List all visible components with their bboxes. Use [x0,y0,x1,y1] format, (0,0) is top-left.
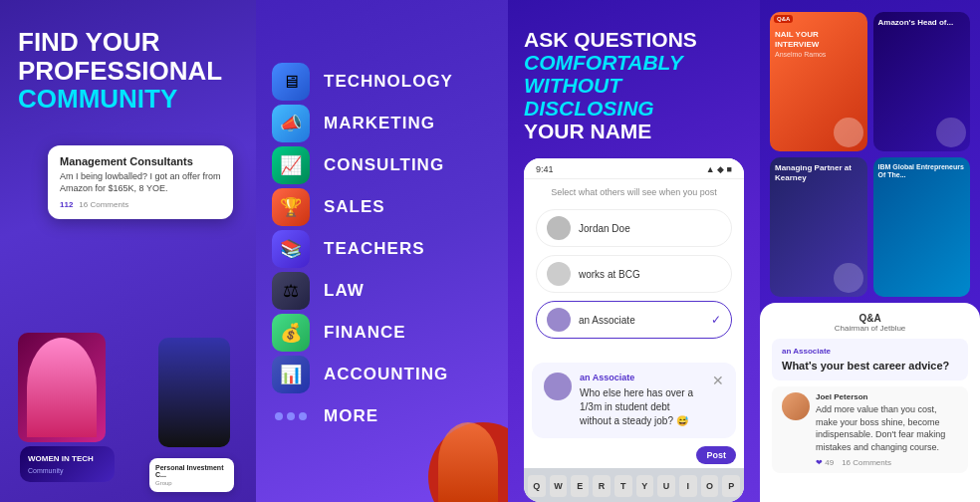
more-icon [272,397,310,435]
qa-header: Q&A Chairman of Jetblue [772,313,968,333]
tile1-person: Anselmo Ramos [770,51,867,58]
category-item-accounting[interactable]: 📊ACCOUNTING [272,356,492,393]
category-label-law: LAW [324,281,365,301]
tile-interview[interactable]: Q&A Nail Your Interview Anselmo Ramos [770,12,867,151]
category-label-consulting: CONSULTING [324,155,444,175]
key-r[interactable]: R [593,475,611,497]
key-u[interactable]: U [657,475,675,497]
community-cards: Management Consultants Am I being lowbal… [18,135,238,502]
phone-status-bar: 9:41 ▲ ◆ ■ [524,158,744,179]
key-o[interactable]: O [701,475,719,497]
post-compose-area: an Associate Who else here has over a 1/… [532,363,736,438]
category-item-technology[interactable]: 🖥TECHNOLOGY [272,63,492,101]
qa-answer-box: Joel Peterson Add more value than you co… [772,386,968,472]
tile2-label: Amazon's Head of... [873,12,971,30]
tile3-avatar [834,263,863,293]
tile2-avatar [936,118,966,147]
select-label: Select what others will see when you pos… [524,179,744,201]
post-text-area: an Associate Who else here has over a 1/… [580,373,704,428]
ask-headline: ASK QUESTIONS COMFORTABLY WITHOUT DISCLO… [524,28,744,142]
identity-options: Jordan Doe works at BCG an Associate ✓ [524,201,744,347]
category-label-finance: FINANCE [324,323,406,343]
option-company[interactable]: works at BCG [536,255,732,293]
tile-amazon[interactable]: Amazon's Head of... [873,12,971,151]
category-item-finance[interactable]: 💰FINANCE [272,314,492,352]
category-item-marketing[interactable]: 📣MARKETING [272,105,492,142]
post-avatar [544,373,572,400]
tile3-label: Managing Partner at Kearney [770,157,867,184]
qa-question-box: an Associate What's your best career adv… [772,339,968,380]
law-icon: ⚖ [272,272,310,310]
ask-line1: ASK QUESTIONS [524,28,744,51]
top-tiles: Q&A Nail Your Interview Anselmo Ramos Am… [760,0,980,303]
key-w[interactable]: W [550,475,568,497]
phone-mockup: 9:41 ▲ ◆ ■ Select what others will see w… [524,158,744,502]
more-dots-icon [275,412,307,420]
headline-line2: PROFESSIONAL [18,57,238,86]
category-label-marketing: MARKETING [324,114,435,133]
category-item-teachers[interactable]: 📚TEACHERS [272,230,492,268]
category-label-technology: TECHNOLOGY [324,72,453,92]
key-i[interactable]: I [679,475,697,497]
ask-line2: COMFORTABLY [524,51,744,74]
card-group-title: Management Consultants [60,155,221,167]
marketing-icon: 📣 [272,105,310,142]
consulting-icon: 📈 [272,146,310,184]
category-item-sales[interactable]: 🏆SALES [272,188,492,226]
key-y[interactable]: Y [636,475,654,497]
keyboard: Q W E R T Y U I O P A S D F G H J K L [524,468,744,502]
option-anonymous[interactable]: an Associate ✓ [536,301,732,339]
main-post-card[interactable]: Management Consultants Am I being lowbal… [48,145,233,219]
technology-icon: 🖥 [272,63,310,101]
key-p[interactable]: P [722,475,740,497]
category-label-sales: SALES [324,197,385,217]
category-label-more: MORE [324,406,378,426]
key-e[interactable]: E [571,475,589,497]
headline-line3: COMMUNITY [18,85,238,114]
close-icon[interactable]: ✕ [712,373,724,388]
panel-find-community: FIND YOUR PROFESSIONAL COMMUNITY Managem… [0,0,256,502]
key-t[interactable]: T [614,475,632,497]
qa-comment-count[interactable]: 16 Comments [842,458,891,467]
qa-panel: Q&A Chairman of Jetblue an Associate Wha… [760,303,980,502]
qa-reactions: ❤ 49 16 Comments [816,458,958,467]
headline-block: FIND YOUR PROFESSIONAL COMMUNITY [18,28,238,114]
tile4-label: IBM Global Entrepreneurs Of The... [873,157,971,182]
category-item-law[interactable]: ⚖LAW [272,272,492,310]
teachers-icon: 📚 [272,230,310,268]
qa-answerer-avatar [782,392,810,420]
tile-ibm[interactable]: IBM Global Entrepreneurs Of The... [873,157,971,297]
category-label-teachers: TEACHERS [324,239,425,259]
panel-qa: Q&A Nail Your Interview Anselmo Ramos Am… [760,0,980,502]
qa-answer-content: Joel Peterson Add more value than you co… [816,392,958,466]
status-icons: ▲ ◆ ■ [706,164,732,174]
card-comment-count: 16 Comments [79,200,128,209]
ask-line3: WITHOUT [524,74,744,97]
sales-icon: 🏆 [272,188,310,226]
category-label-accounting: ACCOUNTING [324,365,448,384]
tile-kearney[interactable]: Managing Partner at Kearney [770,157,867,297]
panel-ask-questions: ASK QUESTIONS COMFORTABLY WITHOUT DISCLO… [508,0,760,502]
keyboard-row-1: Q W E R T Y U I O P [524,472,744,500]
headline-line1: FIND YOUR [18,28,238,57]
category-item-consulting[interactable]: 📈CONSULTING [272,146,492,184]
categories-list: 🖥TECHNOLOGY📣MARKETING📈CONSULTING🏆SALES📚T… [272,63,492,439]
left-overlay-label: Women in Tech [28,454,107,464]
accounting-icon: 📊 [272,356,310,393]
card-like-count: 112 [60,200,73,209]
option-real-name[interactable]: Jordan Doe [536,209,732,247]
ask-line4: DISCLOSING [524,97,744,120]
card-post-text: Am I being lowballed? I got an offer fro… [60,170,221,195]
ask-line5: YOUR NAME [524,120,744,142]
tile1-avatar [834,118,863,147]
key-q[interactable]: Q [528,475,546,497]
finance-icon: 💰 [272,314,310,352]
status-time: 9:41 [536,164,554,174]
panel-categories: 🖥TECHNOLOGY📣MARKETING📈CONSULTING🏆SALES📚T… [256,0,508,502]
qa-badge-1: Q&A [774,15,793,23]
post-button[interactable]: Post [696,446,736,464]
qa-like-count[interactable]: ❤ 49 [816,458,834,467]
right-overlay-label: Personal Investment C... [155,464,228,478]
